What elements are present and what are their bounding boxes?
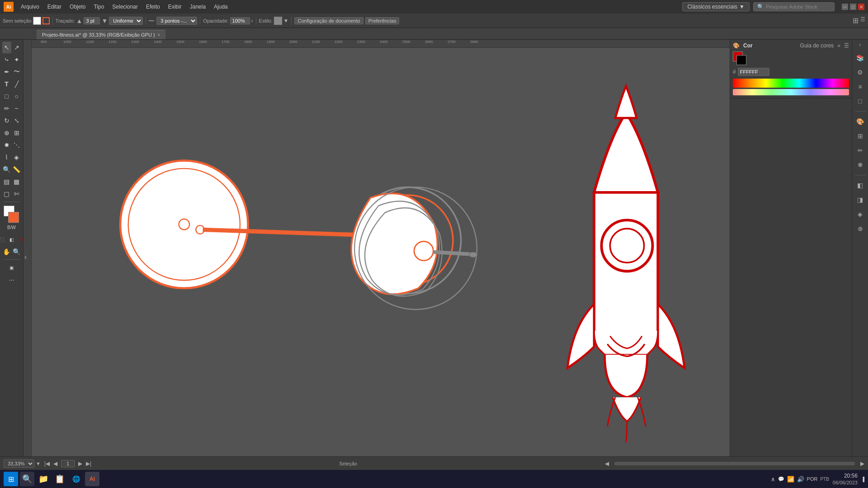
menu-tipo[interactable]: Tipo — [90, 3, 108, 11]
color-spectrum-light[interactable] — [733, 89, 849, 95]
collapse-left-arrow[interactable]: ‹ — [24, 253, 27, 261]
pen-tool[interactable]: ✒ — [2, 66, 11, 78]
artboards-btn[interactable]: □ — [854, 95, 867, 108]
nav-next[interactable]: ▶ — [78, 460, 82, 467]
stroke-color-swatch[interactable] — [8, 212, 19, 223]
stroke-down-arrow[interactable]: ▼ — [101, 17, 108, 24]
magic-wand-tool[interactable]: ✦ — [12, 54, 21, 66]
stock-search[interactable]: 🔍 Pesquisar Adobe Stock — [753, 2, 835, 11]
nav-prev[interactable]: ◀ — [53, 460, 57, 467]
artboard-tool[interactable]: ▢ — [2, 188, 11, 200]
line-tool[interactable]: ╱ — [12, 78, 21, 90]
black-swatch[interactable]: ◧ — [7, 234, 16, 245]
style-arrow[interactable]: ▼ — [283, 18, 289, 24]
swatches-btn[interactable]: ⊞ — [854, 130, 867, 142]
nav-last[interactable]: ▶| — [86, 460, 91, 467]
stroke-swatch[interactable] — [42, 17, 50, 24]
taskbar-illustrator[interactable]: Ai — [85, 472, 99, 486]
warp-tool[interactable]: ⊕ — [2, 127, 11, 139]
stroke-style-select[interactable]: Uniforme — [109, 17, 143, 25]
screen-mode-btn[interactable]: ⬛ — [0, 234, 6, 245]
menu-efeito[interactable]: Efeito — [142, 3, 164, 11]
puppet-warp[interactable]: ✸ — [2, 139, 11, 151]
menu-objeto[interactable]: Objeto — [66, 3, 89, 11]
taskbar-search[interactable]: 🔍 — [20, 472, 34, 486]
notification-icon[interactable]: 💬 — [778, 476, 784, 482]
zoom-dropdown-arrow[interactable]: ▼ — [36, 461, 41, 466]
zoom-select[interactable]: 33,33% — [4, 460, 34, 468]
menu-janela[interactable]: Janela — [186, 3, 209, 11]
volume-icon[interactable]: 🔊 — [797, 476, 804, 483]
eyedropper-tool[interactable]: 🔍 — [2, 164, 11, 175]
preferencias-button[interactable]: Preferências — [365, 17, 400, 24]
arrange-icon[interactable]: ⊞ — [853, 16, 859, 25]
taskbar-chrome[interactable]: 🌐 — [69, 472, 83, 486]
free-transform[interactable]: ⊞ — [12, 127, 21, 139]
taskbar-explorer[interactable]: 📁 — [36, 472, 51, 486]
background-swatch[interactable] — [736, 55, 746, 65]
color-spectrum[interactable] — [733, 79, 849, 88]
page-number-input[interactable] — [61, 460, 75, 467]
menu-exibir[interactable]: Exibir — [165, 3, 185, 11]
blend-tool[interactable]: ▤ — [2, 176, 11, 188]
rectangle-tool[interactable]: □ — [2, 90, 11, 102]
curvature-tool[interactable]: 〜 — [12, 66, 21, 78]
hex-value-input[interactable] — [738, 68, 769, 76]
ellipse-tool[interactable]: ○ — [12, 90, 21, 102]
toolbar-menu-icon[interactable]: ☰ — [860, 16, 865, 25]
lasso-tool[interactable]: ⤷ — [2, 54, 11, 66]
more-tools-btn[interactable]: ··· — [3, 274, 21, 286]
style-swatch[interactable] — [274, 17, 282, 25]
hand-tool[interactable]: ✋ — [2, 246, 11, 258]
document-tab[interactable]: Projeto-fitness.ai* @ 33,33% (RGB/Exibiç… — [36, 30, 166, 39]
scale-tool[interactable]: ⤡ — [12, 115, 21, 127]
width-tool[interactable]: ⌇ — [2, 151, 11, 163]
menu-arquivo[interactable]: Arquivo — [17, 3, 43, 11]
menu-selecionar[interactable]: Selecionar — [108, 3, 142, 11]
horizontal-scrollbar[interactable] — [614, 462, 855, 465]
taskbar-store[interactable]: 📋 — [52, 472, 67, 486]
stroke-points-select[interactable]: 3 pontos -... — [156, 17, 197, 25]
transparency-btn[interactable]: ◨ — [854, 193, 867, 206]
symbols-btn[interactable]: ❋ — [854, 159, 867, 171]
classics-dropdown[interactable]: Clássicos essenciais ▼ — [682, 2, 750, 11]
smooth-tool[interactable]: ~ — [12, 103, 21, 114]
fill-swatch[interactable] — [33, 17, 41, 25]
start-button[interactable]: ⊞ — [4, 472, 18, 486]
scroll-right[interactable]: ▶ — [860, 460, 864, 467]
rotate-tool[interactable]: ↻ — [2, 115, 11, 127]
effects-btn[interactable]: ⊕ — [854, 222, 867, 235]
config-doc-button[interactable]: Configuração de documento — [294, 17, 363, 24]
eraser-tool[interactable]: ◈ — [12, 151, 21, 163]
collapse-right-arrow[interactable]: › — [859, 42, 861, 48]
perspective-grid[interactable]: ⋱ — [12, 139, 21, 151]
show-desktop-btn[interactable]: ▐ — [861, 477, 864, 482]
measure-tool[interactable]: 📏 — [12, 164, 21, 175]
opacity-input[interactable] — [230, 17, 250, 24]
slice-tool[interactable]: ✄ — [12, 188, 21, 200]
opacity-more[interactable]: › — [251, 18, 253, 24]
appearance-btn[interactable]: ◈ — [854, 208, 867, 221]
panel-menu-btn[interactable]: ☰ — [844, 42, 849, 49]
stroke-up-arrow[interactable]: ▲ — [76, 17, 83, 24]
close-button[interactable]: ✕ — [858, 4, 864, 10]
select-tool[interactable]: ↖ — [2, 42, 11, 53]
nav-first[interactable]: |◀ — [44, 460, 50, 467]
direct-select-tool[interactable]: ↗ — [12, 42, 21, 53]
edit-document-btn[interactable]: ▣ — [3, 262, 21, 273]
minimize-button[interactable]: ─ — [842, 4, 848, 10]
pencil-tool[interactable]: ✏ — [2, 103, 11, 114]
layers-btn[interactable]: ≡ — [854, 80, 867, 93]
color-btn-strip[interactable]: 🎨 — [854, 115, 867, 128]
canvas-area[interactable]: 900 1000 1100 1200 1300 1400 1500 1600 1… — [24, 40, 730, 474]
type-tool[interactable]: T — [2, 78, 11, 90]
zoom-tool[interactable]: 🔍 — [12, 246, 21, 258]
panel-expand-btn[interactable]: » — [837, 42, 840, 49]
stroke-width-input[interactable] — [84, 17, 100, 24]
black-white-mode[interactable]: B/W — [7, 221, 16, 233]
up-arrow-icon[interactable]: ∧ — [771, 476, 775, 483]
gradient-btn-strip[interactable]: ◧ — [854, 179, 867, 192]
graph-tool[interactable]: ▦ — [12, 176, 21, 188]
brushes-btn[interactable]: ✏ — [854, 144, 867, 157]
red-swatch[interactable]: ✕ — [17, 234, 24, 245]
